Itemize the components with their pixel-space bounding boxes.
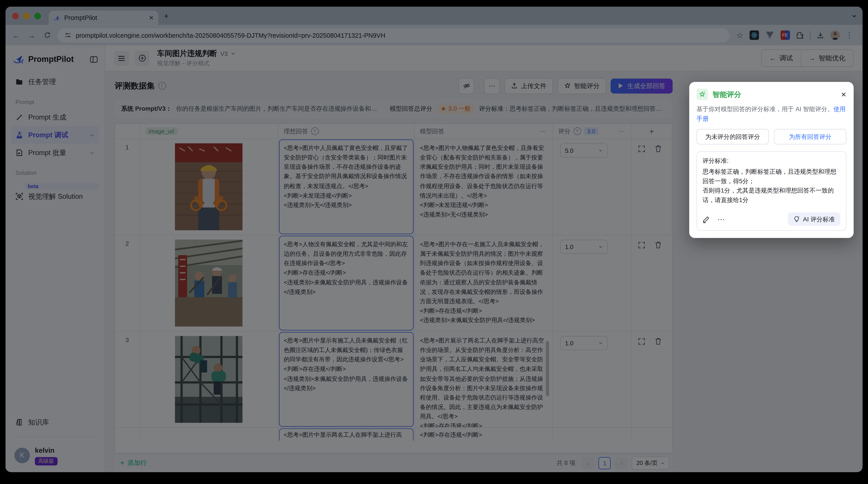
- sparkle-star-green-icon: [696, 89, 708, 100]
- panel-buttons: 为未评分的回答评分 为所有回答评分: [696, 129, 846, 144]
- bulb-sparkle-icon: [793, 216, 800, 223]
- ai-criteria-button[interactable]: AI 评分标准: [787, 213, 840, 226]
- smart-score-panel: 智能评分 ✕ 基于你对模型回答的评分标准，用于 AI 智能评分。使用手册 为未评…: [689, 82, 854, 238]
- panel-description: 基于你对模型回答的评分标准，用于 AI 智能评分。使用手册: [696, 105, 846, 123]
- criteria-actions: ⋯ AI 评分标准: [703, 213, 840, 226]
- criteria-text: 思考标签正确，判断标签正确，且违规类型和理想回答一致，得5分； 否则得1分，尤其…: [703, 167, 840, 205]
- screen: PromptPilot ✕ + ← → promptpilot.volcengi…: [0, 0, 868, 484]
- score-all-button[interactable]: 为所有回答评分: [774, 129, 846, 144]
- criteria-label: 评分标准:: [703, 157, 840, 165]
- panel-header: 智能评分 ✕: [696, 89, 846, 100]
- more-options-icon[interactable]: ⋯: [718, 215, 725, 223]
- close-icon[interactable]: ✕: [841, 91, 846, 98]
- modal-dim-overlay[interactable]: [5, 7, 863, 472]
- criteria-card: 评分标准: 思考标签正确，判断标签正确，且违规类型和理想回答一致，得5分； 否则…: [696, 151, 846, 231]
- score-unscored-button[interactable]: 为未评分的回答评分: [696, 129, 769, 144]
- edit-pencil-icon[interactable]: [703, 216, 710, 223]
- panel-title: 智能评分: [712, 89, 836, 99]
